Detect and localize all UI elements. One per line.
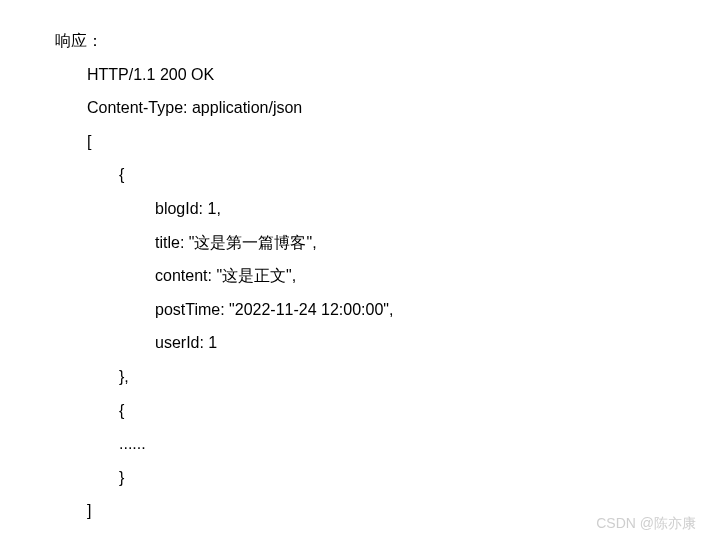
- response-label: 响应：: [55, 24, 716, 58]
- http-status-line: HTTP/1.1 200 OK: [55, 58, 716, 92]
- json-array-open: [: [55, 125, 716, 159]
- json-field-content: content: "这是正文",: [55, 259, 716, 293]
- json-object-open: {: [55, 158, 716, 192]
- json-ellipsis: ......: [55, 427, 716, 461]
- json-field-title: title: "这是第一篇博客",: [55, 226, 716, 260]
- json-object-close: },: [55, 360, 716, 394]
- json-field-blogid: blogId: 1,: [55, 192, 716, 226]
- json-field-posttime: postTime: "2022-11-24 12:00:00",: [55, 293, 716, 327]
- json-object-close-2: }: [55, 461, 716, 495]
- json-field-userid: userId: 1: [55, 326, 716, 360]
- content-type-line: Content-Type: application/json: [55, 91, 716, 125]
- watermark-text: CSDN @陈亦康: [596, 509, 696, 538]
- json-object-open-2: {: [55, 394, 716, 428]
